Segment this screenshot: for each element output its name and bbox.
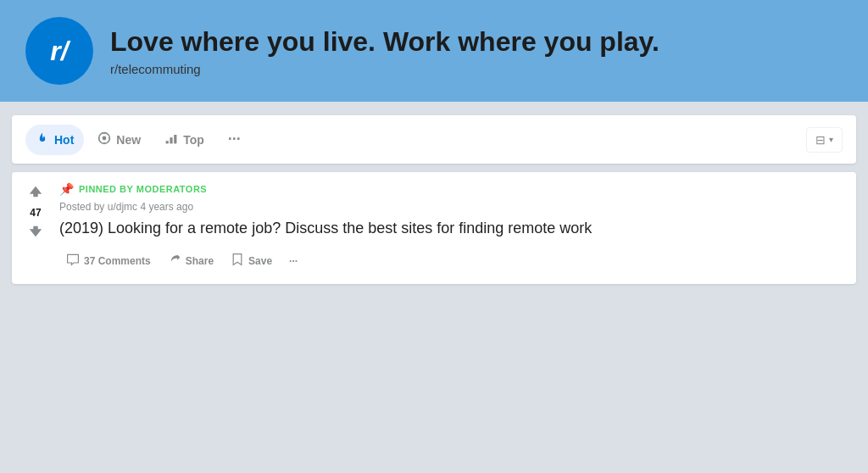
svg-rect-4 <box>174 135 176 143</box>
post-meta: Posted by u/djmc 4 years ago <box>59 201 849 213</box>
sort-new-label: New <box>116 133 141 147</box>
header-text: Love where you live. Work where you play… <box>110 25 659 75</box>
subreddit-title: Love where you live. Work where you play… <box>110 25 659 58</box>
vote-column: 47 <box>19 179 53 277</box>
subreddit-name: r/telecommuting <box>110 62 659 76</box>
comments-label: 37 Comments <box>84 255 151 267</box>
upvote-button[interactable] <box>26 182 45 203</box>
sort-bar: Hot New Top ··· <box>12 115 856 164</box>
hot-icon <box>36 131 49 148</box>
sort-hot-button[interactable]: Hot <box>25 125 84 155</box>
sort-top-button[interactable]: Top <box>154 125 214 155</box>
downvote-button[interactable] <box>26 222 45 243</box>
sort-more-label: ··· <box>228 131 241 147</box>
sort-top-label: Top <box>183 133 204 147</box>
top-icon <box>164 131 178 148</box>
svg-rect-3 <box>170 137 173 143</box>
save-icon <box>231 253 244 269</box>
comment-icon <box>66 253 80 269</box>
sort-bar-right: ⊟ ▾ <box>806 127 843 153</box>
subreddit-icon-text: r/ <box>50 36 68 67</box>
subreddit-icon: r/ <box>25 17 93 85</box>
pin-icon: 📌 <box>59 182 74 196</box>
share-label: Share <box>186 255 214 267</box>
post-card: 47 📌 PINNED BY MODERATORS Posted by u/dj… <box>12 172 856 284</box>
post-more-label: ··· <box>289 255 298 267</box>
share-icon <box>168 253 181 269</box>
share-button[interactable]: Share <box>161 248 220 274</box>
save-label: Save <box>248 255 272 267</box>
post-actions: 37 Comments Share <box>59 248 849 274</box>
view-toggle-button[interactable]: ⊟ ▾ <box>806 127 843 153</box>
post-author-meta: Posted by u/djmc 4 years ago <box>59 201 193 213</box>
subreddit-header: r/ Love where you live. Work where you p… <box>0 0 868 102</box>
post-body: 📌 PINNED BY MODERATORS Posted by u/djmc … <box>59 179 849 277</box>
new-icon <box>97 131 111 148</box>
sort-hot-label: Hot <box>54 133 74 147</box>
chevron-down-icon: ▾ <box>829 135 833 144</box>
sort-more-button[interactable]: ··· <box>218 124 251 155</box>
post-more-button[interactable]: ··· <box>282 250 304 272</box>
sort-new-button[interactable]: New <box>87 125 151 155</box>
svg-point-1 <box>103 136 107 140</box>
main-content: Hot New Top ··· <box>0 102 868 298</box>
post-title[interactable]: (2019) Looking for a remote job? Discuss… <box>59 218 849 239</box>
svg-rect-2 <box>166 141 169 143</box>
view-toggle-icon: ⊟ <box>815 133 826 147</box>
save-button[interactable]: Save <box>224 248 279 274</box>
comments-button[interactable]: 37 Comments <box>59 248 158 274</box>
vote-count: 47 <box>30 207 41 219</box>
pinned-label: 📌 PINNED BY MODERATORS <box>59 182 849 196</box>
pinned-text: PINNED BY MODERATORS <box>79 184 207 194</box>
